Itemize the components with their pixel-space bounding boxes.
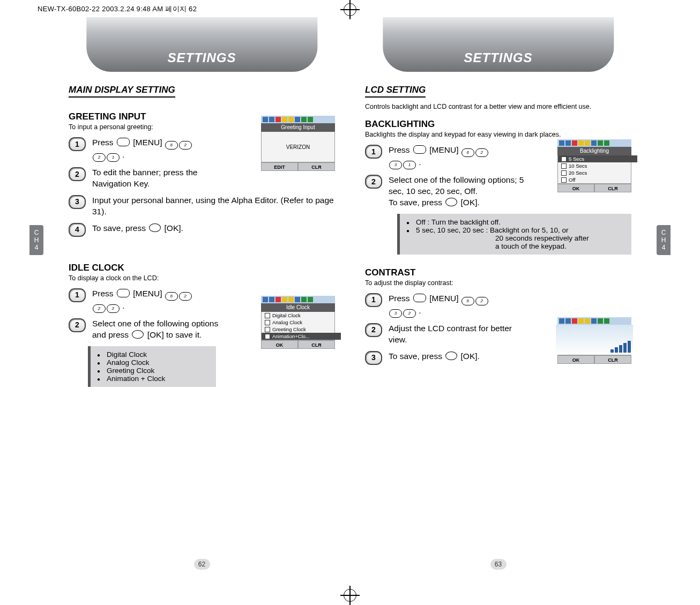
step-4: 4 To save, press [OK]. [69, 223, 335, 237]
step-3: 3 To save, press [OK]. [365, 351, 526, 365]
step-2: 2 Select one of the following options; 5… [365, 175, 526, 208]
phone-option[interactable]: 10 Secs [558, 162, 637, 169]
softkey-clr[interactable]: CLR [298, 162, 335, 171]
key-6: 6 [461, 297, 474, 305]
softkey-ok[interactable]: OK [557, 184, 594, 192]
step-1: 1 Press [MENU] 6232 . [365, 293, 526, 318]
key-2: 2 [179, 292, 192, 301]
phone-option[interactable]: Digital Clock [262, 312, 341, 319]
step-badge: 2 [365, 323, 382, 337]
step-1: 1 Press [MENU] 6222 . [69, 288, 229, 313]
bullet-icon [97, 375, 101, 383]
subhead-idle-clock: IDLE CLOCK [69, 263, 335, 273]
backlight-note: Off : Turn the backlight off. 5 sec, 10 … [397, 214, 631, 255]
key-2: 2 [403, 309, 416, 318]
greeting-value: VERIZON [286, 144, 310, 150]
softkey-clr[interactable]: CLR [298, 340, 335, 349]
page-title: SETTINGS [167, 50, 236, 65]
step-badge: 1 [365, 145, 382, 159]
section-main-display: MAIN DISPLAY SETTING [69, 85, 175, 98]
softkey-clr[interactable]: CLR [594, 184, 631, 192]
step-2: 2 Adjust the LCD contrast for better vie… [365, 323, 526, 346]
step-1: 1 Press [MENU] 6221 . [69, 137, 229, 162]
header-pill-left: SETTINGS [86, 17, 317, 72]
key-6: 6 [461, 148, 474, 157]
softkey-ok[interactable]: OK [261, 340, 298, 349]
bullet-icon [97, 350, 101, 358]
phone-option[interactable]: 20 Secs [558, 169, 637, 176]
phone-contrast: OK CLR [557, 317, 631, 364]
page-left: SETTINGS MAIN DISPLAY SETTING GREETING I… [54, 17, 350, 573]
key-2: 2 [93, 153, 106, 162]
key-3: 3 [389, 309, 402, 318]
nav-key-icon [445, 198, 457, 206]
step-badge: 3 [69, 195, 86, 209]
key-1: 1 [107, 153, 120, 162]
step-badge: 1 [365, 293, 382, 307]
page-number-right: 63 [490, 559, 507, 570]
step-1: 1 Press [MENU] 6231 . [365, 145, 526, 169]
caption-backlighting: Backlights the display and keypad for ea… [365, 131, 631, 138]
key-2: 2 [475, 297, 488, 305]
phone-greeting: Greeting Input VERIZON EDIT CLR [261, 116, 335, 171]
step-badge: 2 [365, 175, 382, 189]
step-badge: 1 [69, 288, 86, 302]
step-2: 2 Select one of the following options an… [69, 318, 229, 341]
caption-lcd: Controls backlight and LCD contrast for … [365, 103, 631, 110]
phone-title: Idle Clock [261, 303, 335, 312]
section-lcd-setting: LCD SETTING [365, 85, 426, 98]
options-note: Digital Clock Analog Clock Greeting Clco… [88, 346, 216, 387]
step-2: 2 To edit the banner; press the Navigati… [69, 167, 229, 190]
bullet-icon [97, 358, 101, 367]
phone-statusbar [557, 317, 631, 325]
step-badge: 1 [69, 137, 86, 151]
softkey-clr[interactable]: CLR [594, 355, 631, 364]
phone-option[interactable]: Analog Clock [262, 319, 341, 326]
chapter-tab-left: C H 4 [29, 225, 43, 255]
header-pill-right: SETTINGS [383, 17, 614, 72]
bullet-icon [406, 218, 411, 226]
bullet-icon [97, 367, 101, 375]
contrast-illustration [556, 325, 633, 355]
phone-statusbar [261, 296, 335, 303]
phone-backlighting: Backlighting 5 Secs 10 Secs 20 Secs Off … [557, 139, 631, 192]
caption-idle-clock: To display a clock on the LCD: [69, 274, 335, 282]
step-badge: 2 [69, 318, 86, 332]
key-6: 6 [165, 141, 178, 150]
print-header: NEW-TX-60B02-22 2003.2.24 9:48 AM 페이지 62 [38, 4, 197, 14]
menu-key-icon [413, 294, 426, 302]
key-6: 6 [165, 292, 178, 301]
phone-body: 5 Secs 10 Secs 20 Secs Off [557, 155, 631, 184]
crop-mark-bottom [340, 586, 360, 605]
crop-mark-top [340, 0, 360, 19]
step-badge: 2 [69, 167, 86, 181]
step-badge: 4 [69, 223, 86, 237]
key-1: 1 [403, 161, 416, 169]
contrast-bars-icon [610, 341, 631, 353]
page-right: SETTINGS LCD SETTING Controls backlight … [350, 17, 646, 573]
phone-option[interactable]: Greeting Clock [262, 326, 341, 333]
softkey-ok[interactable]: OK [557, 355, 594, 364]
phone-option[interactable]: Off [558, 176, 637, 183]
menu-key-icon [117, 138, 130, 146]
key-2: 2 [107, 304, 120, 313]
bullet-icon [406, 226, 411, 250]
nav-key-icon [149, 223, 161, 232]
phone-body: Digital Clock Analog Clock Greeting Cloc… [261, 312, 335, 340]
caption-contrast: To adjust the display contrast: [365, 279, 631, 287]
phone-body [557, 325, 631, 355]
key-2: 2 [475, 148, 488, 157]
phone-statusbar [261, 116, 335, 123]
page-number-left: 62 [194, 559, 210, 570]
subhead-backlighting: BACKLIGHTING [365, 119, 631, 130]
key-2: 2 [93, 304, 106, 313]
softkey-edit[interactable]: EDIT [261, 162, 298, 171]
phone-title: Greeting Input [261, 123, 335, 132]
chapter-tab-right: C H 4 [657, 225, 671, 255]
phone-option-selected[interactable]: Animation+Clo... [262, 333, 341, 340]
phone-option-selected[interactable]: 5 Secs [558, 155, 637, 162]
phone-title: Backlighting [557, 147, 631, 155]
nav-key-icon [132, 330, 144, 339]
nav-key-icon [445, 352, 457, 360]
page-title: SETTINGS [464, 50, 532, 65]
